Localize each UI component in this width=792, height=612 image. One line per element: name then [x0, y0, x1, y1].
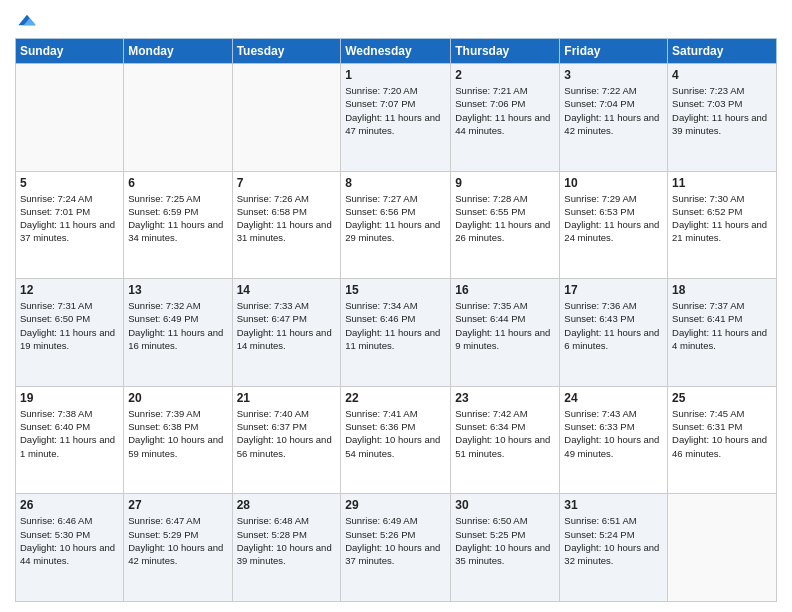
day-info: Sunrise: 7:23 AM Sunset: 7:03 PM Dayligh…: [672, 84, 772, 137]
day-info: Sunrise: 7:41 AM Sunset: 6:36 PM Dayligh…: [345, 407, 446, 460]
table-row: 22Sunrise: 7:41 AM Sunset: 6:36 PM Dayli…: [341, 386, 451, 494]
table-row: 27Sunrise: 6:47 AM Sunset: 5:29 PM Dayli…: [124, 494, 232, 602]
day-number: 20: [128, 391, 227, 405]
day-info: Sunrise: 7:22 AM Sunset: 7:04 PM Dayligh…: [564, 84, 663, 137]
day-info: Sunrise: 7:30 AM Sunset: 6:52 PM Dayligh…: [672, 192, 772, 245]
day-info: Sunrise: 7:28 AM Sunset: 6:55 PM Dayligh…: [455, 192, 555, 245]
header-saturday: Saturday: [668, 39, 777, 64]
day-number: 5: [20, 176, 119, 190]
table-row: 7Sunrise: 7:26 AM Sunset: 6:58 PM Daylig…: [232, 171, 341, 279]
table-row: 23Sunrise: 7:42 AM Sunset: 6:34 PM Dayli…: [451, 386, 560, 494]
day-info: Sunrise: 7:21 AM Sunset: 7:06 PM Dayligh…: [455, 84, 555, 137]
day-info: Sunrise: 7:39 AM Sunset: 6:38 PM Dayligh…: [128, 407, 227, 460]
day-number: 31: [564, 498, 663, 512]
day-number: 14: [237, 283, 337, 297]
calendar-page: Sunday Monday Tuesday Wednesday Thursday…: [0, 0, 792, 612]
table-row: 26Sunrise: 6:46 AM Sunset: 5:30 PM Dayli…: [16, 494, 124, 602]
day-info: Sunrise: 7:45 AM Sunset: 6:31 PM Dayligh…: [672, 407, 772, 460]
day-info: Sunrise: 7:31 AM Sunset: 6:50 PM Dayligh…: [20, 299, 119, 352]
day-info: Sunrise: 7:40 AM Sunset: 6:37 PM Dayligh…: [237, 407, 337, 460]
day-number: 8: [345, 176, 446, 190]
header: [15, 10, 777, 30]
day-info: Sunrise: 7:25 AM Sunset: 6:59 PM Dayligh…: [128, 192, 227, 245]
table-row: 28Sunrise: 6:48 AM Sunset: 5:28 PM Dayli…: [232, 494, 341, 602]
day-info: Sunrise: 6:47 AM Sunset: 5:29 PM Dayligh…: [128, 514, 227, 567]
table-row: 1Sunrise: 7:20 AM Sunset: 7:07 PM Daylig…: [341, 64, 451, 172]
table-row: 30Sunrise: 6:50 AM Sunset: 5:25 PM Dayli…: [451, 494, 560, 602]
table-row: 11Sunrise: 7:30 AM Sunset: 6:52 PM Dayli…: [668, 171, 777, 279]
table-row: 4Sunrise: 7:23 AM Sunset: 7:03 PM Daylig…: [668, 64, 777, 172]
day-info: Sunrise: 6:46 AM Sunset: 5:30 PM Dayligh…: [20, 514, 119, 567]
table-row: 3Sunrise: 7:22 AM Sunset: 7:04 PM Daylig…: [560, 64, 668, 172]
table-row: 13Sunrise: 7:32 AM Sunset: 6:49 PM Dayli…: [124, 279, 232, 387]
table-row: 14Sunrise: 7:33 AM Sunset: 6:47 PM Dayli…: [232, 279, 341, 387]
day-info: Sunrise: 6:51 AM Sunset: 5:24 PM Dayligh…: [564, 514, 663, 567]
day-info: Sunrise: 7:20 AM Sunset: 7:07 PM Dayligh…: [345, 84, 446, 137]
day-info: Sunrise: 7:27 AM Sunset: 6:56 PM Dayligh…: [345, 192, 446, 245]
table-row: 6Sunrise: 7:25 AM Sunset: 6:59 PM Daylig…: [124, 171, 232, 279]
header-wednesday: Wednesday: [341, 39, 451, 64]
day-info: Sunrise: 7:29 AM Sunset: 6:53 PM Dayligh…: [564, 192, 663, 245]
day-number: 4: [672, 68, 772, 82]
table-row: 29Sunrise: 6:49 AM Sunset: 5:26 PM Dayli…: [341, 494, 451, 602]
day-number: 12: [20, 283, 119, 297]
day-number: 23: [455, 391, 555, 405]
calendar-week-row: 19Sunrise: 7:38 AM Sunset: 6:40 PM Dayli…: [16, 386, 777, 494]
weekday-header-row: Sunday Monday Tuesday Wednesday Thursday…: [16, 39, 777, 64]
day-number: 7: [237, 176, 337, 190]
day-number: 9: [455, 176, 555, 190]
table-row: 5Sunrise: 7:24 AM Sunset: 7:01 PM Daylig…: [16, 171, 124, 279]
table-row: 8Sunrise: 7:27 AM Sunset: 6:56 PM Daylig…: [341, 171, 451, 279]
table-row: 25Sunrise: 7:45 AM Sunset: 6:31 PM Dayli…: [668, 386, 777, 494]
table-row: [16, 64, 124, 172]
day-number: 1: [345, 68, 446, 82]
table-row: [232, 64, 341, 172]
calendar-week-row: 26Sunrise: 6:46 AM Sunset: 5:30 PM Dayli…: [16, 494, 777, 602]
table-row: 15Sunrise: 7:34 AM Sunset: 6:46 PM Dayli…: [341, 279, 451, 387]
table-row: [124, 64, 232, 172]
day-number: 27: [128, 498, 227, 512]
day-number: 19: [20, 391, 119, 405]
day-info: Sunrise: 7:34 AM Sunset: 6:46 PM Dayligh…: [345, 299, 446, 352]
day-info: Sunrise: 7:32 AM Sunset: 6:49 PM Dayligh…: [128, 299, 227, 352]
day-info: Sunrise: 7:42 AM Sunset: 6:34 PM Dayligh…: [455, 407, 555, 460]
day-info: Sunrise: 6:48 AM Sunset: 5:28 PM Dayligh…: [237, 514, 337, 567]
header-tuesday: Tuesday: [232, 39, 341, 64]
day-number: 6: [128, 176, 227, 190]
header-friday: Friday: [560, 39, 668, 64]
table-row: 18Sunrise: 7:37 AM Sunset: 6:41 PM Dayli…: [668, 279, 777, 387]
header-thursday: Thursday: [451, 39, 560, 64]
day-number: 16: [455, 283, 555, 297]
calendar-week-row: 5Sunrise: 7:24 AM Sunset: 7:01 PM Daylig…: [16, 171, 777, 279]
table-row: 19Sunrise: 7:38 AM Sunset: 6:40 PM Dayli…: [16, 386, 124, 494]
calendar-week-row: 1Sunrise: 7:20 AM Sunset: 7:07 PM Daylig…: [16, 64, 777, 172]
day-number: 18: [672, 283, 772, 297]
day-number: 25: [672, 391, 772, 405]
day-number: 24: [564, 391, 663, 405]
table-row: 2Sunrise: 7:21 AM Sunset: 7:06 PM Daylig…: [451, 64, 560, 172]
calendar-week-row: 12Sunrise: 7:31 AM Sunset: 6:50 PM Dayli…: [16, 279, 777, 387]
day-number: 3: [564, 68, 663, 82]
day-info: Sunrise: 7:38 AM Sunset: 6:40 PM Dayligh…: [20, 407, 119, 460]
day-number: 13: [128, 283, 227, 297]
day-number: 22: [345, 391, 446, 405]
table-row: 12Sunrise: 7:31 AM Sunset: 6:50 PM Dayli…: [16, 279, 124, 387]
day-info: Sunrise: 7:37 AM Sunset: 6:41 PM Dayligh…: [672, 299, 772, 352]
table-row: 24Sunrise: 7:43 AM Sunset: 6:33 PM Dayli…: [560, 386, 668, 494]
table-row: 17Sunrise: 7:36 AM Sunset: 6:43 PM Dayli…: [560, 279, 668, 387]
logo: [15, 10, 37, 30]
day-info: Sunrise: 7:26 AM Sunset: 6:58 PM Dayligh…: [237, 192, 337, 245]
day-number: 26: [20, 498, 119, 512]
day-number: 30: [455, 498, 555, 512]
day-number: 15: [345, 283, 446, 297]
table-row: [668, 494, 777, 602]
table-row: 20Sunrise: 7:39 AM Sunset: 6:38 PM Dayli…: [124, 386, 232, 494]
day-info: Sunrise: 6:49 AM Sunset: 5:26 PM Dayligh…: [345, 514, 446, 567]
header-monday: Monday: [124, 39, 232, 64]
day-number: 17: [564, 283, 663, 297]
day-number: 28: [237, 498, 337, 512]
calendar-table: Sunday Monday Tuesday Wednesday Thursday…: [15, 38, 777, 602]
day-info: Sunrise: 6:50 AM Sunset: 5:25 PM Dayligh…: [455, 514, 555, 567]
table-row: 16Sunrise: 7:35 AM Sunset: 6:44 PM Dayli…: [451, 279, 560, 387]
day-info: Sunrise: 7:24 AM Sunset: 7:01 PM Dayligh…: [20, 192, 119, 245]
